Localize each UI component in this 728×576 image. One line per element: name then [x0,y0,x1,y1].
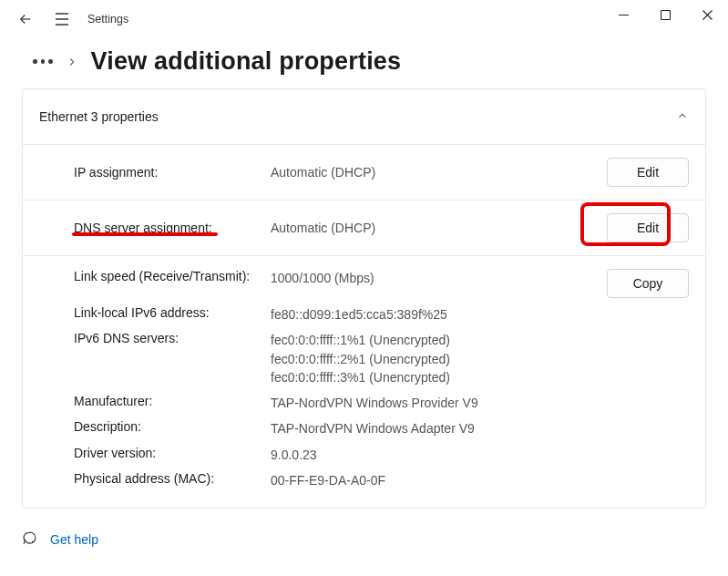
minimize-button[interactable] [602,0,644,29]
breadcrumb: View additional properties [0,38,728,88]
dot-icon [41,59,46,64]
detail-value: fe80::d099:1ed5:cca5:389f%25 [271,305,598,324]
copy-button[interactable]: Copy [607,269,689,298]
breadcrumb-ellipsis[interactable] [33,59,53,64]
detail-label: Link speed (Receive/Transmit): [74,269,271,283]
window-title: Settings [87,13,128,26]
row-value: Automatic (DHCP) [271,165,598,180]
svg-rect-0 [661,10,670,19]
hamburger-menu-button[interactable] [46,3,78,36]
card-header[interactable]: Ethernet 3 properties [23,89,705,144]
window-controls [602,0,728,38]
edit-dns-button[interactable]: Edit [607,213,689,242]
detail-value: TAP-NordVPN Windows Provider V9 [271,394,598,412]
page-title: View additional properties [91,47,402,76]
detail-label: Description: [74,419,271,434]
edit-ip-button[interactable]: Edit [607,158,689,187]
detail-value: TAP-NordVPN Windows Adapter V9 [271,419,598,437]
close-button[interactable] [686,0,728,29]
row-label: IP assignment: [74,165,271,180]
dot-icon [48,59,53,64]
help-icon [22,530,37,549]
row-dns-assignment: DNS server assignment: Automatic (DHCP) … [23,200,705,255]
detail-label: IPv6 DNS servers: [74,331,271,345]
card-title: Ethernet 3 properties [39,109,159,124]
chevron-right-icon [66,56,78,68]
detail-label: Manufacturer: [74,394,271,408]
detail-label: Link-local IPv6 address: [74,305,271,320]
detail-value: fec0:0:0:ffff::1%1 (Unencrypted) fec0:0:… [271,331,598,386]
detail-label: Driver version: [74,446,271,460]
get-help-link[interactable]: Get help [50,532,98,547]
detail-value: 00-FF-E9-DA-A0-0F [271,471,598,489]
detail-value: 9.0.0.23 [271,446,598,464]
row-label: DNS server assignment: [74,221,271,235]
properties-card: Ethernet 3 properties IP assignment: Aut… [22,88,706,509]
svg-point-1 [32,541,34,543]
details-block: Link speed (Receive/Transmit): 1000/1000… [23,255,705,508]
detail-label: Physical address (MAC): [74,471,271,486]
row-ip-assignment: IP assignment: Automatic (DHCP) Edit [23,144,705,200]
chevron-up-icon [676,109,689,125]
dot-icon [33,59,37,64]
maximize-button[interactable] [644,0,686,29]
detail-value: 1000/1000 (Mbps) [271,269,598,287]
help-row: Get help [0,509,728,549]
row-value: Automatic (DHCP) [271,221,598,235]
content: Ethernet 3 properties IP assignment: Aut… [0,88,728,509]
back-button[interactable] [9,3,42,36]
titlebar: Settings [0,0,728,38]
